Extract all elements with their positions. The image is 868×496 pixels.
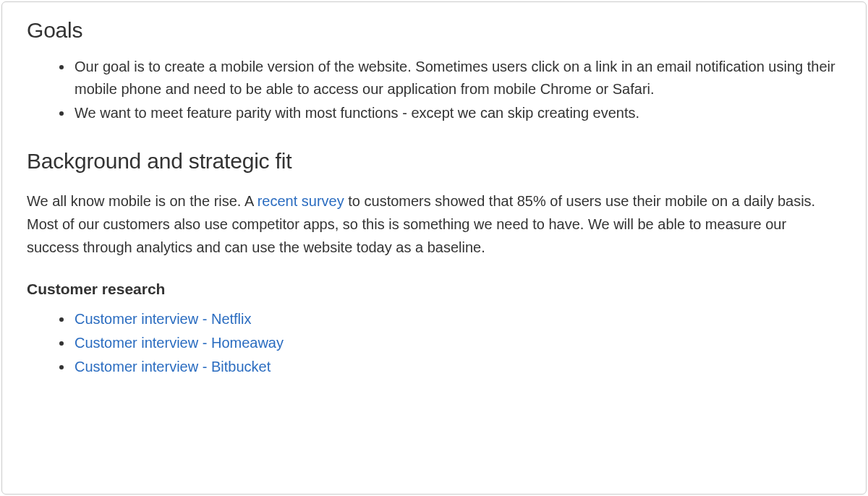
goals-list: Our goal is to create a mobile version o… <box>27 56 841 124</box>
list-item: Customer interview - Homeaway <box>73 332 841 354</box>
background-paragraph: We all know mobile is on the rise. A rec… <box>27 189 841 259</box>
customer-interview-netflix-link[interactable]: Customer interview - Netflix <box>75 311 252 327</box>
list-item: Customer interview - Netflix <box>73 308 841 330</box>
list-item: Customer interview - Bitbucket <box>73 356 841 378</box>
paragraph-text-pre: We all know mobile is on the rise. A <box>27 193 258 209</box>
document-container: Goals Our goal is to create a mobile ver… <box>1 1 867 495</box>
customer-research-heading: Customer research <box>27 281 841 298</box>
goals-heading: Goals <box>27 18 841 43</box>
customer-interview-bitbucket-link[interactable]: Customer interview - Bitbucket <box>75 359 271 375</box>
list-item: Our goal is to create a mobile version o… <box>73 56 841 101</box>
customer-interview-homeaway-link[interactable]: Customer interview - Homeaway <box>75 335 284 351</box>
background-heading: Background and strategic fit <box>27 149 841 174</box>
list-item: We want to meet feature parity with most… <box>73 102 841 124</box>
recent-survey-link[interactable]: recent survey <box>258 193 344 209</box>
research-list: Customer interview - Netflix Customer in… <box>27 308 841 378</box>
